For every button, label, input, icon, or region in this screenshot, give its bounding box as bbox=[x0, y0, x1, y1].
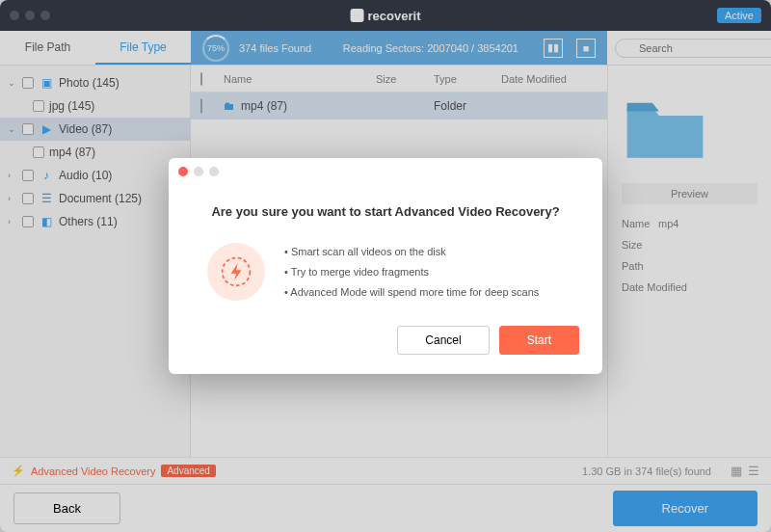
start-button[interactable]: Start bbox=[499, 326, 579, 355]
dialog-titlebar bbox=[169, 158, 602, 185]
dialog-bullet-list: • Smart scan all videos on the disk • Tr… bbox=[284, 242, 539, 303]
cancel-button[interactable]: Cancel bbox=[397, 326, 489, 355]
dialog-bullet-1: • Smart scan all videos on the disk bbox=[284, 242, 539, 262]
confirm-dialog: Are you sure you want to start Advanced … bbox=[169, 158, 602, 374]
dialog-close-icon[interactable] bbox=[178, 167, 188, 176]
dialog-bullet-2: • Try to merge video fragments bbox=[284, 262, 539, 282]
dialog-footer: Cancel Start bbox=[169, 326, 602, 374]
dialog-maximize-icon bbox=[209, 167, 219, 176]
dialog-minimize-icon bbox=[194, 167, 203, 176]
dialog-heading: Are you sure you want to start Advanced … bbox=[207, 204, 564, 219]
dialog-content: • Smart scan all videos on the disk • Tr… bbox=[207, 242, 564, 303]
dialog-body: Are you sure you want to start Advanced … bbox=[169, 185, 602, 326]
dialog-bullet-3: • Advanced Mode will spend more time for… bbox=[284, 282, 539, 303]
modal-overlay: Are you sure you want to start Advanced … bbox=[0, 0, 771, 532]
dialog-lightning-icon bbox=[207, 243, 265, 301]
